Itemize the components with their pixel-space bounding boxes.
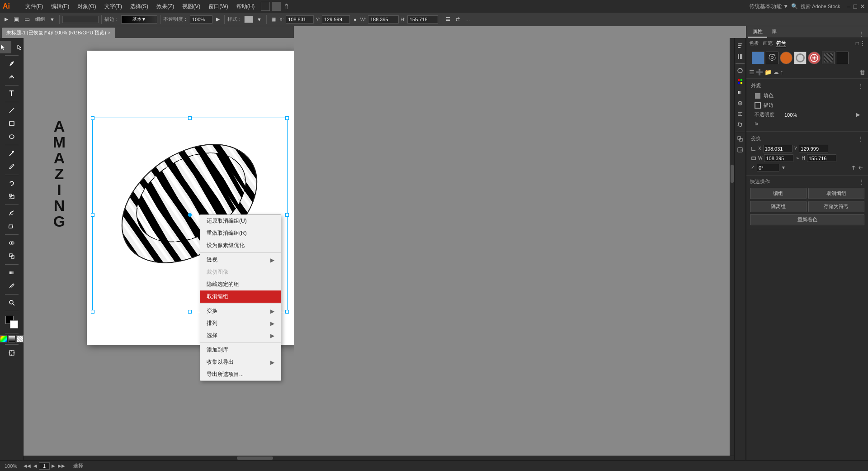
- line-tool[interactable]: [4, 104, 20, 117]
- x-transform-input[interactable]: [763, 145, 793, 152]
- warp-tool[interactable]: [4, 207, 20, 219]
- transform-icon2[interactable]: ⇄: [454, 15, 462, 23]
- rsb-appearance[interactable]: [735, 98, 745, 108]
- fill-color-box[interactable]: [62, 16, 99, 23]
- tab-close[interactable]: ×: [108, 30, 111, 35]
- zoom-tool[interactable]: [4, 296, 20, 309]
- align-icon[interactable]: ☰: [444, 15, 452, 23]
- ctx-collect-export[interactable]: 收集以导出 ▶: [200, 356, 281, 368]
- ctx-undo-ungroup[interactable]: 还原取消编组(U): [200, 215, 281, 227]
- appearance-more[interactable]: ⋮: [858, 83, 863, 89]
- main-tab[interactable]: 未标题-1 [已恢复]* @ 100% (RGB/GPU 预览) ×: [2, 28, 115, 38]
- shape-builder-tool[interactable]: [4, 237, 20, 249]
- stroke-color[interactable]: [10, 320, 18, 328]
- selection-tool[interactable]: [0, 41, 11, 53]
- rsb-cc-libraries[interactable]: CC: [735, 145, 745, 155]
- transform-options[interactable]: ▼: [48, 16, 57, 23]
- tab-symbols[interactable]: 符号: [776, 40, 786, 47]
- rsb-pathfinder[interactable]: [735, 134, 745, 144]
- qa-ungroup-btn[interactable]: 取消编组: [808, 188, 865, 199]
- swatch-dark[interactable]: [836, 52, 849, 64]
- h-scrollbar-thumb[interactable]: [237, 457, 273, 460]
- gradient-mode-btn[interactable]: [8, 335, 15, 343]
- curvature-tool[interactable]: [4, 71, 20, 83]
- menu-view[interactable]: 视图(V): [179, 2, 204, 11]
- restore-btn[interactable]: □: [854, 3, 857, 10]
- arrange-icon[interactable]: ▦: [269, 15, 278, 23]
- panel-options-btn[interactable]: ⋮: [856, 30, 866, 38]
- ctx-hide-group[interactable]: 隐藏选定的组: [200, 278, 281, 290]
- swatch-ring[interactable]: [794, 52, 807, 64]
- none-mode-btn[interactable]: [16, 335, 24, 343]
- ctx-redo-ungroup[interactable]: 重做取消编组(R): [200, 227, 281, 239]
- link-chain-icon[interactable]: [795, 156, 800, 161]
- swatch-checkered[interactable]: [822, 52, 835, 64]
- page-input[interactable]: [39, 462, 50, 470]
- w-transform-input[interactable]: [764, 154, 793, 162]
- transform-more[interactable]: ⋮: [858, 136, 863, 142]
- cc-search-label[interactable]: 搜索 Adobe Stock: [801, 3, 840, 10]
- y-transform-input[interactable]: [799, 145, 828, 152]
- zoom-level[interactable]: 100%: [5, 463, 17, 469]
- ctx-transform[interactable]: 变换 ▶: [200, 305, 281, 317]
- artboard-tool[interactable]: [4, 347, 20, 359]
- v-scrollbar[interactable]: [730, 38, 734, 460]
- cloud-icon[interactable]: ☁: [773, 69, 779, 76]
- free-transform-tool[interactable]: [4, 220, 20, 233]
- flip-h-icon[interactable]: [851, 165, 856, 171]
- folder-icon[interactable]: 📁: [764, 69, 772, 76]
- gradient-tool[interactable]: [4, 266, 20, 279]
- rsb-swatches[interactable]: [735, 76, 745, 86]
- ctx-arrange[interactable]: 排列 ▶: [200, 317, 281, 329]
- pencil-tool[interactable]: [4, 160, 20, 173]
- x-input[interactable]: [286, 15, 314, 24]
- h-transform-input[interactable]: [807, 154, 836, 162]
- tab-brushes[interactable]: 画笔: [763, 40, 773, 47]
- swatch-orange[interactable]: [780, 52, 793, 64]
- rsb-align[interactable]: [735, 109, 745, 119]
- opacity-arrow[interactable]: ▶: [214, 15, 222, 23]
- rotate-tool[interactable]: [4, 177, 20, 190]
- transform2-icon[interactable]: ▭: [23, 15, 32, 24]
- pathfinder-tool[interactable]: [4, 250, 20, 262]
- style-preview[interactable]: [244, 16, 253, 23]
- menu-text[interactable]: 文字(T): [101, 2, 126, 11]
- last-page-btn[interactable]: ▶▶: [57, 463, 66, 468]
- v-scrollbar-thumb[interactable]: [731, 165, 734, 183]
- ctx-export-selected[interactable]: 导出所选项目...: [200, 368, 281, 381]
- expand-panel-btn[interactable]: □: [856, 40, 859, 47]
- grid-icon[interactable]: [272, 2, 281, 11]
- h-input[interactable]: [407, 15, 438, 24]
- tab-properties[interactable]: 属性: [748, 26, 767, 38]
- color-mode-btn[interactable]: [0, 335, 7, 343]
- h-scrollbar[interactable]: [24, 456, 734, 460]
- opacity-arrow-btn[interactable]: ▶: [856, 112, 860, 118]
- qa-isolate-btn[interactable]: 隔离组: [750, 201, 807, 212]
- flip-v-icon[interactable]: [858, 165, 863, 171]
- panel-menu-btn[interactable]: ⋮: [860, 40, 865, 47]
- ctx-select[interactable]: 选择 ▶: [200, 329, 281, 342]
- angle-input[interactable]: [757, 164, 779, 171]
- tab-library[interactable]: 库: [767, 26, 781, 38]
- menu-object[interactable]: 对象(O): [74, 2, 99, 11]
- select-tool-icon[interactable]: ▶: [3, 15, 10, 23]
- type-tool[interactable]: T: [4, 87, 20, 100]
- rsb-gradient[interactable]: [735, 87, 745, 97]
- pen-tool[interactable]: [4, 57, 20, 70]
- ellipse-tool[interactable]: [4, 130, 20, 143]
- link-icon[interactable]: ●: [352, 16, 359, 23]
- opacity-input[interactable]: [190, 15, 212, 24]
- menu-select[interactable]: 选择(S): [127, 2, 152, 11]
- tab-color-swatches[interactable]: 色板: [749, 40, 759, 47]
- swatch-settings[interactable]: [808, 52, 821, 64]
- more-icon[interactable]: …: [463, 16, 472, 23]
- menu-effect[interactable]: 效果(Z): [153, 2, 178, 11]
- export-icon[interactable]: ↑: [780, 69, 783, 76]
- qa-recolor-btn[interactable]: 重新着色: [750, 214, 864, 225]
- angle-arrow[interactable]: ▼: [781, 165, 786, 170]
- mode-icon[interactable]: [261, 2, 270, 11]
- w-input[interactable]: [368, 15, 399, 24]
- next-page-btn[interactable]: ▶: [51, 463, 56, 468]
- sort-icon[interactable]: ☰: [749, 69, 755, 76]
- delete-swatch-icon[interactable]: 🗑: [859, 69, 865, 76]
